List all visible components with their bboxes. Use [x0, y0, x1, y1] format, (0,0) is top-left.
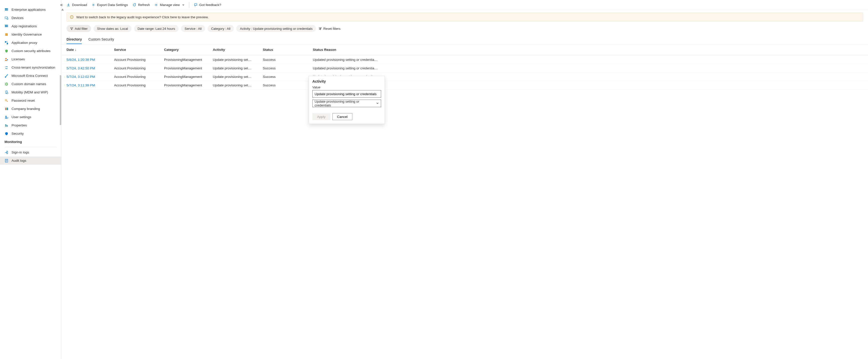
- cell-date[interactable]: 5/7/24, 3:11:39 PM: [62, 81, 112, 89]
- col-date[interactable]: Date↓: [62, 44, 112, 55]
- sidebar-item-cross-tenant-synchronization[interactable]: Cross-tenant synchronization: [0, 63, 61, 72]
- banner-text: Want to switch back to the legacy audit …: [76, 15, 209, 19]
- filter-pill[interactable]: Show dates as: Local: [94, 25, 131, 32]
- cell-service: Account Provisioning: [112, 72, 161, 81]
- nav-label: Company branding: [11, 107, 40, 111]
- table-row[interactable]: 5/7/24, 3:11:39 PMAccount ProvisioningPr…: [62, 81, 868, 89]
- main-content: Download Export Data Settings Refresh Ma…: [62, 0, 868, 359]
- col-status-reason[interactable]: Status Reason: [310, 44, 868, 55]
- table-row[interactable]: 5/7/24, 3:42:50 PMAccount ProvisioningPr…: [62, 64, 868, 72]
- svg-line-43: [319, 28, 321, 29]
- toolbar-separator: [189, 2, 189, 8]
- nav-label: Cross-tenant synchronization: [11, 65, 55, 70]
- filter-pill[interactable]: Service : All: [181, 25, 205, 32]
- nav-label: Password reset: [11, 99, 35, 102]
- refresh-label: Refresh: [138, 3, 150, 7]
- col-service[interactable]: Service: [112, 44, 161, 55]
- activity-value-select[interactable]: Update provisioning setting or credentia…: [312, 100, 381, 107]
- svg-rect-34: [7, 125, 8, 127]
- activity-value-input[interactable]: [312, 90, 381, 98]
- feedback-button[interactable]: Got feedback?: [194, 1, 221, 9]
- cancel-button[interactable]: Cancel: [332, 113, 352, 120]
- filters-row: Add filter Show dates as: LocalDate rang…: [62, 22, 868, 35]
- svg-rect-4: [6, 9, 7, 10]
- globe-icon: [4, 82, 8, 86]
- nav-label: Application proxy: [11, 41, 37, 45]
- filter-pill[interactable]: Category : All: [208, 25, 234, 32]
- nav-label: User settings: [11, 115, 31, 119]
- sidebar-item-user-settings[interactable]: User settings: [0, 113, 61, 121]
- sidebar-collapse-button[interactable]: [59, 2, 64, 7]
- sidebar-item-custom-security-attributes[interactable]: Custom security attributes: [0, 47, 61, 55]
- nav-label: Audit logs: [11, 159, 26, 163]
- select-value: Update provisioning setting or credentia…: [315, 100, 374, 107]
- svg-rect-29: [7, 108, 8, 110]
- manage-view-label: Manage view: [160, 3, 180, 7]
- add-filter-button[interactable]: Add filter: [66, 25, 91, 32]
- table-row[interactable]: 5/7/24, 3:12:02 PMAccount ProvisioningPr…: [62, 72, 868, 81]
- cell-activity: Update provisioning set…: [210, 55, 260, 64]
- badge-icon: [4, 32, 8, 36]
- svg-rect-28: [6, 108, 7, 110]
- sidebar-item-mobility-mdm-and-wip-[interactable]: Mobility (MDM and WIP): [0, 88, 61, 96]
- sidebar-item-security[interactable]: Security: [0, 130, 61, 138]
- tab-directory[interactable]: Directory: [66, 35, 82, 44]
- add-filter-label: Add filter: [75, 27, 88, 31]
- table-row[interactable]: 5/8/24, 1:20:38 PMAccount ProvisioningPr…: [62, 55, 868, 64]
- svg-rect-10: [7, 25, 8, 26]
- nav-label: Custom security attributes: [11, 49, 51, 53]
- svg-rect-12: [6, 26, 7, 27]
- cell-activity: Update provisioning set…: [210, 72, 260, 81]
- sidebar: Enterprise applicationsDevicesApp regist…: [0, 0, 62, 359]
- gear-icon: [92, 3, 95, 7]
- svg-point-17: [5, 58, 7, 59]
- svg-rect-9: [6, 25, 7, 26]
- sidebar-item-licenses[interactable]: Licenses: [0, 55, 61, 63]
- manage-view-button[interactable]: Manage view: [154, 1, 185, 9]
- toolbar: Download Export Data Settings Refresh Ma…: [62, 0, 868, 10]
- reset-filters-button[interactable]: Reset filters: [318, 27, 341, 31]
- refresh-button[interactable]: Refresh: [132, 1, 150, 9]
- table-container: Date↓ Service Category Activity Status S…: [62, 44, 868, 359]
- nav-label: Licenses: [11, 57, 25, 61]
- refresh-icon: [132, 3, 136, 7]
- sidebar-item-password-reset[interactable]: Password reset: [0, 96, 61, 105]
- sidebar-item-microsoft-entra-connect[interactable]: Microsoft Entra Connect: [0, 72, 61, 80]
- col-category[interactable]: Category: [161, 44, 210, 55]
- tab-custom-security[interactable]: Custom Security: [88, 35, 114, 44]
- sidebar-item-application-proxy[interactable]: Application proxy: [0, 38, 61, 47]
- sidebar-scrollbar[interactable]: [60, 75, 61, 125]
- audit-table: Date↓ Service Category Activity Status S…: [62, 44, 868, 90]
- nav-label: Devices: [11, 16, 24, 20]
- apply-button[interactable]: Apply: [312, 113, 330, 120]
- col-status[interactable]: Status: [260, 44, 310, 55]
- cell-date[interactable]: 5/7/24, 3:42:50 PM: [62, 64, 112, 72]
- download-button[interactable]: Download: [66, 1, 87, 9]
- sync-icon: [4, 65, 8, 70]
- sidebar-item-custom-domain-names[interactable]: Custom domain names: [0, 80, 61, 88]
- sidebar-expand-handle[interactable]: [61, 8, 64, 11]
- nav-label: Custom domain names: [11, 82, 46, 86]
- svg-rect-13: [7, 26, 8, 27]
- cell-category: ProvisioningManagement: [161, 72, 210, 81]
- svg-point-18: [7, 59, 8, 60]
- cell-date[interactable]: 5/7/24, 3:12:02 PM: [62, 72, 112, 81]
- sidebar-item-identity-governance[interactable]: Identity Governance: [0, 30, 61, 38]
- sidebar-item-app-registrations[interactable]: App registrations: [0, 22, 61, 30]
- sidebar-item-sign-in-logs[interactable]: Sign-in logs: [0, 148, 61, 157]
- sidebar-item-devices[interactable]: Devices: [0, 14, 61, 22]
- sidebar-item-company-branding[interactable]: Company branding: [0, 105, 61, 113]
- col-activity[interactable]: Activity: [210, 44, 260, 55]
- cell-category: ProvisioningManagement: [161, 55, 210, 64]
- sidebar-item-properties[interactable]: Properties: [0, 121, 61, 130]
- legacy-banner[interactable]: Want to switch back to the legacy audit …: [66, 12, 863, 22]
- export-button[interactable]: Export Data Settings: [92, 1, 128, 9]
- shield-blue-icon: [4, 132, 8, 136]
- cell-date[interactable]: 5/8/24, 1:20:38 PM: [62, 55, 112, 64]
- filter-pill[interactable]: Date range: Last 24 hours: [134, 25, 179, 32]
- sidebar-section-monitoring: Monitoring: [0, 138, 61, 146]
- cell-status: Success: [260, 64, 310, 72]
- sidebar-item-audit-logs[interactable]: Audit logs: [0, 157, 61, 165]
- filter-pill[interactable]: Activity : Update provisioning setting o…: [236, 25, 316, 32]
- sidebar-item-enterprise-applications[interactable]: Enterprise applications: [0, 5, 61, 14]
